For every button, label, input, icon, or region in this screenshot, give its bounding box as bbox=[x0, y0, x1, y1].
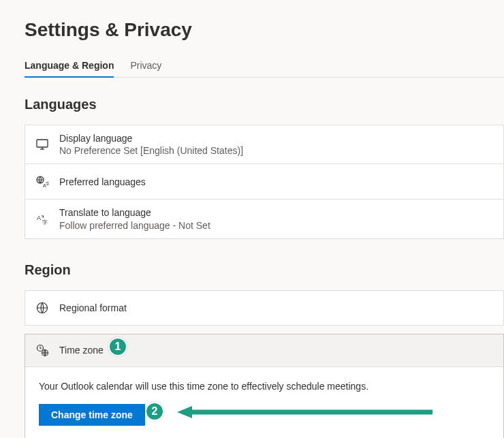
tab-language-region[interactable]: Language & Region bbox=[25, 60, 114, 78]
time-zone-title: Time zone bbox=[59, 344, 104, 356]
display-language-title: Display language bbox=[59, 132, 243, 144]
annotation-arrow bbox=[177, 405, 436, 419]
region-panel-list: Regional format bbox=[25, 290, 504, 326]
svg-marker-12 bbox=[177, 406, 192, 418]
regional-format-title: Regional format bbox=[59, 302, 127, 314]
panel-time-zone-header[interactable]: Time zone bbox=[25, 334, 503, 367]
time-zone-description: Your Outlook calendar will use this time… bbox=[39, 381, 490, 392]
languages-panel-list: Display language No Preference Set [Engl… bbox=[25, 125, 504, 239]
display-language-sub: No Preference Set [English (United State… bbox=[59, 144, 243, 157]
translate-to-sub: Follow preferred language - Not Set bbox=[59, 219, 210, 232]
page-title: Settings & Privacy bbox=[25, 19, 504, 41]
clock-globe-icon bbox=[35, 343, 50, 358]
panel-preferred-languages[interactable]: A 字 Preferred languages bbox=[25, 163, 504, 199]
panel-time-zone-expanded: Time zone Your Outlook calendar will use… bbox=[25, 334, 504, 438]
translate-to-title: Translate to language bbox=[59, 206, 210, 219]
preferred-languages-title: Preferred languages bbox=[59, 176, 146, 188]
translate-icon: A 字 bbox=[35, 212, 50, 227]
panel-translate-to[interactable]: A 字 Translate to language Follow preferr… bbox=[25, 199, 504, 238]
svg-rect-0 bbox=[37, 140, 48, 147]
panel-regional-format[interactable]: Regional format bbox=[25, 290, 504, 326]
svg-text:A: A bbox=[37, 215, 41, 221]
change-time-zone-button[interactable]: Change time zone bbox=[39, 404, 145, 426]
monitor-icon bbox=[35, 137, 50, 152]
panel-display-language[interactable]: Display language No Preference Set [Engl… bbox=[25, 125, 504, 163]
annotation-badge-2: 2 bbox=[145, 402, 164, 421]
tabs-bar: Language & Region Privacy bbox=[25, 60, 504, 78]
annotation-badge-1: 1 bbox=[108, 337, 127, 356]
globe-icon bbox=[35, 300, 50, 315]
tab-privacy[interactable]: Privacy bbox=[130, 60, 161, 78]
svg-text:字: 字 bbox=[46, 181, 49, 186]
section-heading-languages: Languages bbox=[25, 97, 504, 112]
translate-globe-icon: A 字 bbox=[35, 174, 50, 189]
section-heading-region: Region bbox=[25, 262, 504, 278]
svg-text:字: 字 bbox=[42, 219, 48, 225]
